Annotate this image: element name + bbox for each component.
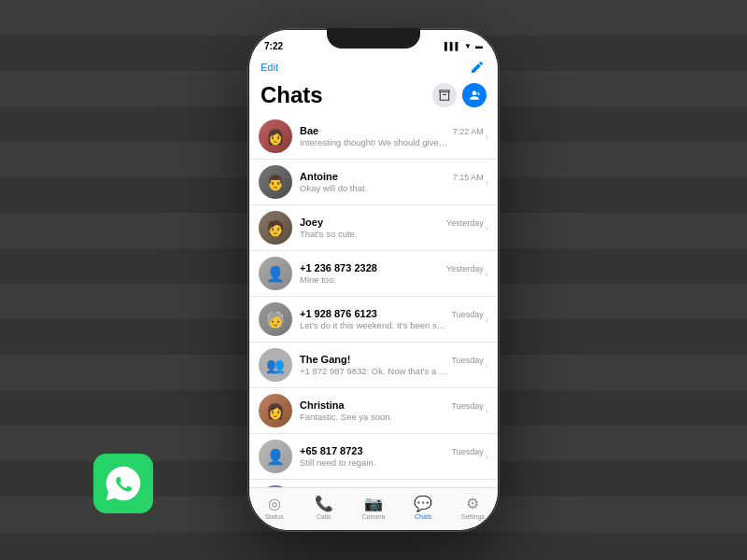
chat-content-christina: Christina Tuesday Fantastic. See ya soon… — [300, 399, 484, 422]
tab-status[interactable]: ◎ Status — [249, 495, 299, 520]
signal-icon: ▌▌▌ — [444, 42, 460, 50]
tab-settings-label: Settings — [461, 513, 485, 520]
chat-name-antoine: Antoine — [300, 171, 338, 182]
status-icons: ▌▌▌ ▼ ▬ — [444, 42, 483, 50]
chat-item-num3[interactable]: 👤 +65 817 8723 Tuesday Still need to reg… — [249, 434, 498, 480]
chat-list: 👩 Bae 7:22 AM Interesting thought! We sh… — [249, 114, 498, 487]
wifi-icon: ▼ — [464, 42, 472, 50]
chat-item-antoine[interactable]: 👨 Antoine 7:15 AM Okay will do that. › — [249, 160, 498, 205]
tab-calls-label: Calls — [317, 513, 331, 520]
phone-frame: 7:22 ▌▌▌ ▼ ▬ Edit Chats — [247, 28, 500, 532]
battery-icon: ▬ — [475, 42, 483, 50]
chats-tab-icon: 💬 — [414, 495, 432, 512]
chat-content-num2: +1 928 876 6123 Tuesday Let's do it this… — [300, 308, 484, 330]
chat-name-bae: Bae — [300, 125, 318, 136]
chevron-icon: › — [486, 177, 488, 188]
tab-settings[interactable]: ⚙ Settings — [448, 495, 498, 520]
chat-time-num2: Tuesday — [451, 310, 483, 319]
chat-preview-antoine: Okay will do that. — [300, 183, 449, 193]
chat-preview-christina: Fantastic. See ya soon. — [300, 412, 449, 422]
chat-item-skylar[interactable]: 👩 Skylar Monday OMG! that shit's crazy d… — [249, 480, 498, 487]
chat-name-num1: +1 236 873 2328 — [300, 262, 377, 273]
chat-name-gang: The Gang! — [300, 354, 350, 365]
avatar-christina: 👩 — [259, 394, 292, 427]
chat-name-num2: +1 928 876 6123 — [300, 308, 377, 319]
chat-content-joey: Joey Yesterday That's so cute. — [300, 217, 484, 239]
page-title: Chats — [261, 82, 323, 108]
header-actions — [432, 83, 486, 107]
chat-preview-bae: Interesting thought! We should give it a… — [300, 137, 449, 147]
chat-item-gang[interactable]: 👥 The Gang! Tuesday +1 872 987 9832: Ok.… — [249, 343, 498, 388]
notch — [327, 28, 420, 49]
chat-content-gang: The Gang! Tuesday +1 872 987 9832: Ok. N… — [300, 354, 484, 376]
tab-camera-label: Camera — [362, 513, 386, 520]
tab-chats-label: Chats — [415, 513, 431, 520]
chevron-icon: › — [486, 269, 488, 279]
chat-preview-num3: Still need to regain. — [300, 457, 449, 468]
chevron-icon: › — [486, 315, 488, 325]
status-time: 7:22 — [264, 41, 283, 51]
chevron-icon: › — [486, 406, 488, 416]
chat-name-joey: Joey — [300, 217, 323, 228]
tab-bar: ◎ Status 📞 Calls 📷 Camera 💬 Chats ⚙ Sett… — [249, 487, 498, 530]
avatar-num1: 👤 — [259, 257, 292, 290]
status-tab-icon: ◎ — [268, 495, 281, 512]
chat-preview-gang: +1 872 987 9832: Ok. Now that's a bit sh… — [300, 366, 449, 376]
tab-camera[interactable]: 📷 Camera — [348, 495, 398, 520]
screen: 7:22 ▌▌▌ ▼ ▬ Edit Chats — [249, 30, 498, 530]
chat-time-antoine: 7:15 AM — [453, 173, 484, 182]
chat-content-antoine: Antoine 7:15 AM Okay will do that. — [300, 171, 484, 193]
chat-time-gang: Tuesday — [451, 356, 483, 365]
chat-preview-num1: Mine too. — [300, 274, 449, 285]
nav-bar: Edit — [249, 56, 498, 80]
avatar-joey: 🧑 — [259, 211, 292, 245]
chat-content-num1: +1 236 873 2328 Yesterday Mine too. — [300, 262, 484, 285]
chat-item-num1[interactable]: 👤 +1 236 873 2328 Yesterday Mine too. › — [249, 251, 498, 297]
calls-tab-icon: 📞 — [315, 495, 333, 512]
tab-calls[interactable]: 📞 Calls — [299, 495, 348, 520]
avatar-bae: 👩 — [259, 119, 292, 153]
chat-name-christina: Christina — [300, 399, 345, 411]
settings-tab-icon: ⚙ — [466, 495, 479, 512]
chat-time-christina: Tuesday — [451, 401, 483, 411]
chat-time-bae: 7:22 AM — [453, 127, 484, 136]
chat-item-num2[interactable]: 🧓 +1 928 876 6123 Tuesday Let's do it th… — [249, 297, 498, 343]
chat-time-num1: Yesterday — [446, 264, 484, 273]
chevron-icon: › — [486, 360, 488, 371]
chat-preview-num2: Let's do it this weekend. It's been so l… — [300, 320, 449, 330]
chevron-icon: › — [486, 132, 488, 142]
archive-button[interactable] — [432, 83, 457, 107]
avatar-num2: 🧓 — [259, 302, 292, 336]
tab-status-label: Status — [265, 513, 284, 520]
chevron-icon: › — [486, 452, 488, 462]
avatar-antoine: 👨 — [259, 165, 292, 199]
chat-content-bae: Bae 7:22 AM Interesting thought! We shou… — [300, 125, 484, 147]
avatar-num3: 👤 — [259, 440, 292, 473]
tab-chats[interactable]: 💬 Chats — [399, 495, 448, 520]
chat-content-num3: +65 817 8723 Tuesday Still need to regai… — [300, 445, 484, 468]
chat-item-christina[interactable]: 👩 Christina Tuesday Fantastic. See ya so… — [249, 388, 498, 434]
avatar-gang: 👥 — [259, 348, 292, 382]
add-contact-button[interactable] — [462, 83, 486, 107]
chats-header: Chats — [249, 80, 498, 114]
whatsapp-app-icon[interactable] — [93, 454, 153, 513]
chat-time-joey: Yesterday — [446, 218, 484, 228]
edit-button[interactable]: Edit — [261, 62, 278, 73]
chevron-icon: › — [486, 223, 488, 233]
chat-name-num3: +65 817 8723 — [300, 445, 363, 456]
chat-item-bae[interactable]: 👩 Bae 7:22 AM Interesting thought! We sh… — [249, 114, 498, 160]
compose-button[interactable] — [468, 58, 486, 77]
avatar-skylar: 👩 — [259, 485, 292, 487]
chat-preview-joey: That's so cute. — [300, 229, 449, 239]
chat-item-joey[interactable]: 🧑 Joey Yesterday That's so cute. › — [249, 205, 498, 251]
camera-tab-icon: 📷 — [364, 495, 383, 512]
chat-time-num3: Tuesday — [451, 447, 483, 456]
